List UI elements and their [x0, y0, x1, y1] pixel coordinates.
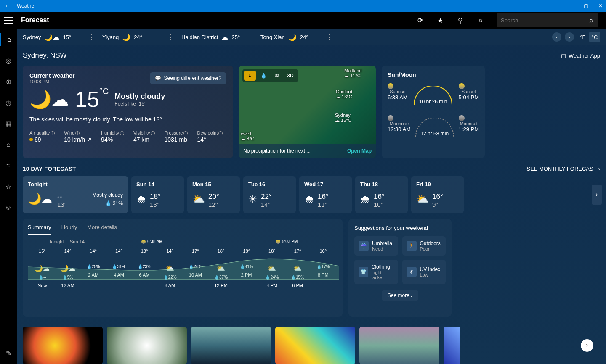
day-card[interactable]: Sun 14🌧18°13° — [131, 176, 184, 213]
condition: Mostly cloudy — [114, 92, 165, 101]
suggestions-card: Suggestions for your weekend ☔UmbrellaNe… — [348, 219, 452, 317]
nav-home-icon[interactable]: ⌂ — [0, 33, 17, 46]
map-thumbnails: › — [23, 327, 600, 364]
favorite-icon[interactable]: ★ — [436, 16, 444, 24]
location-title: Sydney, NSW — [23, 51, 67, 60]
city-tab-tongxian[interactable]: Tong Xian 🌙 24° ⋮ — [256, 29, 335, 45]
more-icon[interactable]: ⋮ — [88, 33, 95, 41]
map-3d-toggle[interactable]: 3D — [284, 71, 296, 81]
forecast-next-button[interactable]: › — [592, 185, 602, 205]
settings-icon[interactable]: ☼ — [476, 16, 485, 24]
thumb-2[interactable] — [107, 327, 187, 364]
day-card[interactable]: Fri 19⛅16°9° — [411, 176, 464, 213]
phone-icon: ▢ — [561, 53, 566, 59]
thumb-next-button[interactable]: › — [581, 339, 593, 352]
search-icon[interactable]: ⌕ — [589, 16, 593, 24]
tab-hourly[interactable]: Hourly — [61, 224, 77, 235]
suggestion-item[interactable]: 👕ClothingLight jacket — [354, 260, 398, 284]
map-city: ewell☁ 8°C — [241, 131, 255, 142]
unit-c[interactable]: °C — [589, 32, 600, 42]
thumb-4[interactable] — [275, 327, 355, 364]
city-tab-sydney[interactable]: Sydney 🌙☁ 15° ⋮ — [19, 29, 98, 45]
tab-summary[interactable]: Summary — [28, 224, 51, 235]
tab-more[interactable]: More details — [87, 224, 117, 235]
nav-feedback-icon[interactable]: ☺ — [0, 201, 17, 214]
weather-icon: 🌙☁ — [29, 89, 69, 110]
map-city: Gosford☁ 13°C — [336, 89, 352, 100]
nav-trends-icon[interactable]: ☆ — [0, 180, 17, 193]
monthly-forecast-link[interactable]: SEE MONTHLY FORECAST› — [526, 166, 600, 172]
city-tab-yiyang[interactable]: Yiyang 🌙 24° ⋮ — [98, 29, 177, 45]
stat-dewpoint: Dew pointi14° — [197, 130, 223, 143]
sidebar: ⌂ ◎ ⊕ ◷ ▦ ⌂ ≈ ☆ ☺ ✎ — [0, 29, 17, 364]
sun-moon-card: Sun/Moon Sunrise6:38 AM 10 hr 26 min Sun… — [382, 66, 485, 158]
suggestion-item[interactable]: 🏃OutdoorsPoor — [402, 236, 446, 256]
tab-prev-button[interactable]: ‹ — [552, 32, 561, 42]
suggestion-item[interactable]: ☀UV indexLow — [402, 260, 446, 284]
stat-visibility: Visibilityi47 km — [133, 130, 155, 143]
more-icon[interactable]: ⋮ — [326, 33, 332, 41]
search-input[interactable] — [501, 17, 589, 24]
back-button[interactable]: ← — [3, 3, 12, 9]
thumb-6[interactable] — [444, 327, 460, 364]
day-card-tonight[interactable]: Tonight 🌙☁ --13° Mostly cloudy💧 31% — [23, 176, 128, 213]
nav-hourly-icon[interactable]: ◷ — [0, 96, 17, 109]
city-tab-haidian[interactable]: Haidian District ☁ 25° ⋮ — [177, 29, 256, 45]
nav-edit-icon[interactable]: ✎ — [0, 346, 17, 360]
nav-pollen-icon[interactable]: ⌂ — [0, 138, 17, 151]
see-more-button[interactable]: See more › — [382, 290, 418, 301]
weather-app-link[interactable]: ▢ Weather App — [561, 53, 600, 59]
maximize-button[interactable]: ▢ — [584, 3, 588, 9]
tab-next-button[interactable]: › — [565, 32, 574, 42]
wind-dir-icon: ↗ — [87, 136, 92, 143]
weather-icon: 🌙 — [288, 33, 297, 41]
stat-pressure: Pressurei1031 mb — [164, 130, 188, 143]
map-card[interactable]: 🌡 💧 ≋ 3D Maitland☁ 11°CGosford☁ 13°CSydn… — [239, 66, 376, 158]
more-icon[interactable]: ⋮ — [167, 33, 174, 41]
map-city: Sydney☁ 15°C — [335, 113, 351, 123]
close-button[interactable]: ✕ — [598, 3, 603, 9]
precip-text: No precipitation for the next ... — [243, 148, 311, 154]
forecast-title: 10 DAY FORECAST — [23, 166, 76, 172]
nav-life-icon[interactable]: ≈ — [0, 159, 17, 172]
search-box[interactable]: ⌕ — [497, 13, 598, 27]
current-time: 10:08 PM — [29, 79, 74, 84]
nav-maps-icon[interactable]: ◎ — [0, 54, 17, 67]
unit-f[interactable]: °F — [577, 32, 588, 42]
open-map-link[interactable]: Open Map — [347, 148, 372, 154]
map-temp-toggle[interactable]: 🌡 — [244, 71, 256, 81]
stat-air-quality: Air qualityi69 — [29, 130, 55, 143]
day-card[interactable]: Wed 17🌧16°11° — [299, 176, 352, 213]
nav-3d-icon[interactable]: ⊕ — [0, 75, 17, 88]
current-temp: 15 — [75, 87, 99, 111]
nav-monthly-icon[interactable]: ▦ — [0, 117, 17, 130]
minimize-button[interactable]: — — [569, 3, 574, 9]
header: Forecast ⟳ ★ ⚲ ☼ ⌕ — [0, 12, 606, 29]
map-precip-toggle[interactable]: 💧 — [258, 71, 269, 81]
hamburger-menu[interactable] — [4, 16, 13, 24]
pin-icon[interactable]: ⚲ — [456, 16, 465, 24]
thumb-1[interactable] — [23, 327, 103, 364]
stat-wind: Windi10 km/h ↗ — [64, 130, 92, 143]
app-name: Weather — [17, 3, 36, 9]
refresh-icon[interactable]: ⟳ — [416, 16, 424, 24]
stat-humidity: Humidityi94% — [101, 130, 124, 143]
page-title: Forecast — [21, 16, 49, 24]
day-card[interactable]: Tue 16☀22°14° — [243, 176, 296, 213]
more-icon[interactable]: ⋮ — [247, 33, 253, 41]
current-weather-card: Current weather 10:08 PM 💬 Seeing differ… — [23, 66, 233, 158]
day-card[interactable]: Mon 15⛅20°12° — [187, 176, 240, 213]
titlebar: ← Weather — ▢ ✕ — [0, 0, 606, 12]
current-title: Current weather — [29, 72, 74, 79]
forecast-row: Tonight 🌙☁ --13° Mostly cloudy💧 31% Sun … — [23, 176, 600, 213]
day-card[interactable]: Thu 18🌧16°10° — [355, 176, 408, 213]
suggestion-item[interactable]: ☔UmbrellaNeed — [354, 236, 398, 256]
chat-icon: 💬 — [155, 75, 161, 81]
hourly-card: Summary Hourly More details Tonight Sun … — [23, 219, 343, 317]
map-wind-toggle[interactable]: ≋ — [271, 71, 283, 81]
weather-icon: 🌙 — [122, 33, 130, 41]
feedback-button[interactable]: 💬 Seeing different weather? — [150, 72, 226, 84]
map-city: Maitland☁ 11°C — [344, 68, 362, 79]
thumb-5[interactable] — [359, 327, 439, 364]
thumb-3[interactable] — [191, 327, 271, 364]
